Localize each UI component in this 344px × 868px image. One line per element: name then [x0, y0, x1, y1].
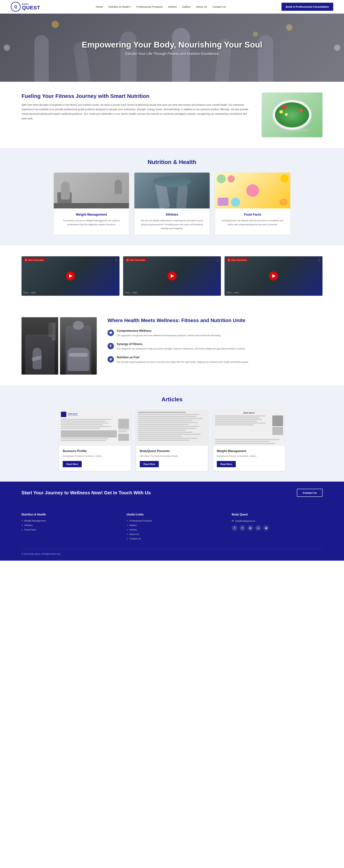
salad-illustration — [272, 96, 312, 134]
nav-professional-products[interactable]: Professional Products — [136, 5, 163, 8]
book-consultation-button[interactable]: Book A Professional Consultation — [281, 3, 333, 11]
article-card-2: BodyQuest Presents HD Ultra: The Next-Ge… — [136, 410, 208, 471]
wellness-item-2: Synergy of Fitness Our programs are desi… — [107, 342, 322, 351]
video-options-1[interactable]: ⋮ — [115, 258, 118, 262]
footer-link-athletes[interactable]: Athletes — [22, 524, 112, 527]
ball-decoration-2 — [286, 24, 292, 31]
footer-col-links-title: Useful Links — [127, 513, 218, 516]
hero-prev-button[interactable]: ‹ — [4, 44, 10, 51]
video-play-button-3[interactable] — [269, 272, 278, 280]
article-card-3: Body Quest — [213, 410, 285, 471]
wellness-item-desc-2: Our programs are designed to help you bu… — [117, 347, 246, 351]
nav-articles[interactable]: Articles — [168, 5, 177, 8]
fueling-title: Fueling Your Fitness Journey with Smart … — [22, 92, 251, 99]
video-label-3: Choo... video — [226, 291, 239, 294]
nutrition-section-title: Nutrition & Health — [22, 159, 322, 165]
read-more-button-3[interactable]: Read More — [217, 461, 236, 467]
wellness-item-3: Nutrition as Fuel We provide expert guid… — [107, 356, 322, 364]
footer-link-food-facts[interactable]: Food Facts — [22, 528, 112, 531]
athletes-card-title: Athletes — [139, 213, 205, 217]
footer-bottom: © 2024 Body Quest. All Rights Reserved. — [22, 549, 322, 555]
video-options-3[interactable]: ⋮ — [317, 258, 321, 262]
facebook-icon[interactable]: f — [232, 525, 238, 531]
logo-text: BODY QUEST — [22, 3, 40, 10]
wellness-icon-2 — [107, 343, 114, 349]
where-health-title: Where Health Meets Wellness: Fitness and… — [107, 317, 322, 324]
logo[interactable]: Q BODY QUEST — [11, 2, 40, 12]
ball-decoration-1 — [52, 21, 59, 28]
elementor-icon-1: E — [25, 259, 27, 261]
footer: Nutrition & Health Weight Management Ath… — [0, 504, 344, 561]
elementor-icon-3: E — [228, 259, 230, 261]
video-header-2: E Video Placeholder ⋮ — [125, 258, 219, 262]
linkedin-icon[interactable]: in — [255, 525, 261, 531]
copyright-text: © 2024 Body Quest. All Rights Reserved. — [22, 553, 61, 555]
footer-link-weight[interactable]: Weight Management — [22, 519, 112, 522]
nav-gallery[interactable]: Gallery — [182, 5, 191, 8]
footer-link-gallery[interactable]: Gallery — [127, 524, 218, 527]
read-more-button-1[interactable]: Read More — [63, 461, 82, 467]
nutrition-card-weight: Weight Management To achieve success in … — [54, 173, 129, 235]
read-more-button-2[interactable]: Read More — [140, 461, 159, 467]
article-desc-3: BodyQuest Fitness & Nutrition, Article..… — [217, 454, 281, 458]
video-card-2: E Video Placeholder ⋮ Choo... video — [123, 256, 221, 296]
where-health-section: Where Health Meets Wellness: Fitness and… — [0, 307, 344, 385]
main-nav: Home Nutrition & Health ▾ Professional P… — [96, 5, 226, 8]
video-badge-2: E Video Placeholder — [125, 258, 147, 262]
footer-col-nutrition-title: Nutrition & Health — [22, 513, 112, 516]
twitter-x-icon[interactable]: ✕ — [240, 525, 245, 531]
hero-subtitle: Elevate Your Life Through Fitness and Nu… — [82, 52, 262, 56]
chevron-down-icon: ▾ — [130, 6, 131, 8]
food-card-image — [215, 173, 290, 209]
video-options-2[interactable]: ⋮ — [216, 258, 219, 262]
wellness-item-1: Comprehensive Wellness Our approach reco… — [107, 329, 322, 338]
cta-banner: Start Your Journey to Wellness Now! Get … — [0, 482, 344, 504]
nav-about-us[interactable]: About Us — [196, 5, 207, 8]
athletes-card-image — [134, 173, 210, 209]
food-card-desc: At BodyQuest, we believe that the journe… — [219, 219, 286, 226]
heart-icon — [109, 331, 112, 335]
footer-link-professional-products[interactable]: Professional Products — [127, 519, 218, 522]
article-image-2 — [136, 410, 208, 446]
fueling-image — [261, 92, 322, 137]
food-card-body: Food Facts At BodyQuest, we believe that… — [215, 209, 290, 231]
fueling-description: With over three decades of expertise in … — [22, 103, 251, 121]
nav-nutrition-health[interactable]: Nutrition & Health ▾ — [108, 5, 131, 8]
article-desc-1: BodyQuest Fitness & Nutrition, Article..… — [63, 454, 127, 458]
instagram-icon[interactable]: ◉ — [263, 525, 269, 531]
fueling-text: Fueling Your Fitness Journey with Smart … — [22, 92, 251, 121]
nav-contact-us[interactable]: Contact Us — [213, 5, 226, 8]
logo-circle: Q — [11, 2, 21, 12]
where-health-text: Where Health Meets Wellness: Fitness and… — [107, 317, 322, 369]
article-body-1: Business Profile BodyQuest Fitness & Nut… — [59, 446, 131, 471]
nutrition-section: Nutrition & Health Weight Management To … — [0, 148, 344, 246]
hero-section: ‹ Empowering Your Body, Nourishing Your … — [0, 13, 344, 82]
youtube-icon[interactable]: ▶ — [247, 525, 253, 531]
play-triangle-icon-2 — [171, 274, 174, 278]
footer-link-articles[interactable]: Articles — [127, 528, 218, 531]
video-badge-3: E Video Placeholder — [226, 258, 248, 262]
nav-home[interactable]: Home — [96, 5, 103, 8]
article-title-1: Business Profile — [63, 449, 127, 453]
hero-next-button[interactable]: › — [334, 44, 340, 51]
wellness-item-content-2: Synergy of Fitness Our programs are desi… — [117, 342, 246, 351]
hero-title: Empowering Your Body, Nourishing Your So… — [82, 40, 262, 50]
email-icon: ✉ — [232, 519, 234, 522]
footer-link-contact-us[interactable]: Contact Us — [127, 537, 218, 540]
cta-contact-button[interactable]: Contact Us — [297, 489, 322, 497]
video-play-button-1[interactable] — [66, 272, 75, 280]
wellness-item-desc-3: We provide expert guidance on how to nou… — [117, 360, 249, 364]
wellness-icon-1 — [107, 330, 114, 336]
wellness-icon-3 — [107, 356, 114, 363]
video-play-button-2[interactable] — [167, 272, 177, 280]
play-triangle-icon-3 — [272, 274, 276, 278]
fueling-section: Fueling Your Fitness Journey with Smart … — [0, 82, 344, 148]
article-desc-2: HD Ultra: The Next-Generation Multi... — [140, 454, 204, 458]
video-header-1: E Video Placeholder ⋮ — [23, 258, 118, 262]
wellness-item-content-3: Nutrition as Fuel We provide expert guid… — [117, 356, 249, 364]
footer-grid: Nutrition & Health Weight Management Ath… — [22, 513, 322, 542]
header: Q BODY QUEST Home Nutrition & Health ▾ P… — [0, 0, 344, 13]
athletes-card-body: Athletes Are you an athlete dedicated to… — [134, 209, 210, 235]
footer-link-about-us[interactable]: About Us — [127, 533, 218, 535]
cta-text: Start Your Journey to Wellness Now! Get … — [22, 490, 151, 496]
